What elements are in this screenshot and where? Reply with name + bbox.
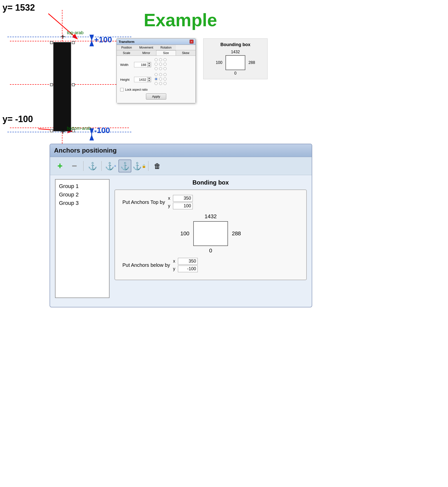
width-spin-down[interactable]: ▼ [147,65,151,67]
tab-skew[interactable]: Skew [176,50,196,55]
put-anchors-top-label: Put Anchors Top by [122,199,165,205]
height-row: Height ▲ ▼ [120,73,192,86]
bonding-box-content: Put Anchors Top by x y 1432 [114,189,307,280]
anchors-toolbar: + − ⚓ ⚓≡ ⚓ ⚓🔒 🗑 [50,157,312,175]
component-rectangle [53,42,71,131]
radio-bc[interactable] [159,67,162,70]
group-item-3[interactable]: Group 3 [59,199,106,207]
remove-anchor-button[interactable]: − [68,160,81,172]
width-input-wrap: ▲ ▼ [134,62,151,67]
apply-button[interactable]: Apply [146,93,167,100]
below-y-row: y [173,266,198,272]
center-bb-left-val: 100 [179,230,190,237]
bb-corner-ml [50,83,53,86]
anchor-top-label: top-arab [67,30,84,35]
top-x-label: x [168,196,172,201]
anchor-bot-label: bottom-arab [67,126,91,131]
bb-right-value: 288 [247,60,256,65]
lock-checkbox[interactable] [120,88,124,91]
width-spin-up[interactable]: ▲ [147,62,151,65]
height-radios [155,73,168,86]
group-item-1[interactable]: Group 1 [59,182,106,190]
radio2-tl[interactable] [155,73,158,76]
center-bb-bottom-val: 0 [171,247,250,254]
center-bb-right-val: 288 [231,230,242,237]
put-anchors-below-label: Put Anchors below by [122,262,170,268]
tab-size[interactable]: Size [156,50,176,55]
transform-dialog: Transform × Position Movement Rotation S… [116,38,196,103]
anchor-active-button[interactable]: ⚓ [118,160,131,172]
bb-corner-tl [50,41,53,44]
lock-label: Lock aspect ratio [125,88,148,91]
anchors-body: Group 1 Group 2 Group 3 Bonding box Put … [50,175,312,302]
y-label-top: y= 1532 [2,2,35,13]
anchor-lock-button[interactable]: ⚓🔒 [133,160,146,172]
width-label: Width [120,63,133,67]
bounding-box-panel: Bounding box 1432 100 288 0 [203,38,268,79]
below-x-row: x [173,258,198,265]
radio-tc[interactable] [159,58,162,61]
below-coords: x y [173,258,198,272]
bonding-box-title: Bonding box [114,179,307,186]
group-item-2[interactable]: Group 2 [59,190,106,199]
add-anchor-button[interactable]: + [54,160,66,172]
center-bb-top-val: 1432 [171,213,250,220]
width-input[interactable] [134,62,147,67]
tab-rotation[interactable]: Rotation [156,45,176,50]
radio2-bc[interactable] [159,82,162,85]
anchor-top-cross [61,35,65,39]
width-spinners: ▲ ▼ [147,62,151,67]
below-y-input[interactable] [178,266,198,272]
transform-titlebar: Transform × [117,39,196,45]
radio2-tr[interactable] [164,73,167,76]
height-input[interactable] [134,77,147,82]
bb-top-value: 1432 [208,50,262,54]
radio-mc[interactable] [159,63,162,66]
radio-ml[interactable] [155,63,158,66]
radio2-bl[interactable] [155,82,158,85]
transform-tabs-row1: Position Movement Rotation [117,45,196,50]
radio-tl[interactable] [155,58,158,61]
anchors-dialog: Anchors positioning + − ⚓ ⚓≡ ⚓ ⚓🔒 🗑 Grou… [50,144,312,307]
transform-body: Width ▲ ▼ Height [117,56,196,103]
bounding-box-title: Bounding box [208,42,262,47]
transform-close-button[interactable]: × [190,40,194,44]
anchor-ghost-button[interactable]: ⚓ [86,160,99,172]
lock-row: Lock aspect ratio [120,88,192,91]
blue-anchor-top-line [7,37,131,37]
anchors-titlebar: Anchors positioning [50,144,312,157]
tab-mirror[interactable]: Mirror [137,50,156,55]
bb-rect-visual [225,55,245,70]
center-bb-diagram: 1432 100 288 0 [171,213,250,254]
radio-tr[interactable] [164,58,167,61]
bb-corner-tr [72,41,75,44]
top-y-input[interactable] [173,203,193,209]
tab-scale[interactable]: Scale [117,50,137,55]
below-x-input[interactable] [178,258,198,265]
top-y-row: y [168,203,193,209]
top-x-input[interactable] [173,195,193,202]
right-panel: Bonding box Put Anchors Top by x y [114,179,307,298]
bb-bottom-value: 0 [208,71,262,76]
bb-corner-mr [72,83,75,86]
height-spin-up[interactable]: ▲ [147,77,151,80]
tab-movement[interactable]: Movement [137,45,156,50]
dim-bot-text: -100 [94,126,110,135]
tab-position[interactable]: Position [117,45,137,50]
delete-anchor-button[interactable]: 🗑 [151,160,164,172]
radio2-mc[interactable] [159,78,162,81]
anchor-bot-cross [61,130,65,134]
put-anchors-top-row: Put Anchors Top by x y [122,195,299,209]
radio-bl[interactable] [155,67,158,70]
center-bb-rect [193,221,228,246]
radio-br[interactable] [164,67,167,70]
radio-mr[interactable] [164,63,167,66]
radio2-ml[interactable] [155,78,158,81]
anchor-import-button[interactable]: ⚓≡ [104,160,117,172]
height-spin-down[interactable]: ▼ [147,80,151,82]
below-y-label: y [173,266,177,271]
bb-middle-row: 100 288 [208,55,262,70]
radio2-tc[interactable] [159,73,162,76]
radio2-br[interactable] [164,82,167,85]
radio2-mr[interactable] [164,78,167,81]
